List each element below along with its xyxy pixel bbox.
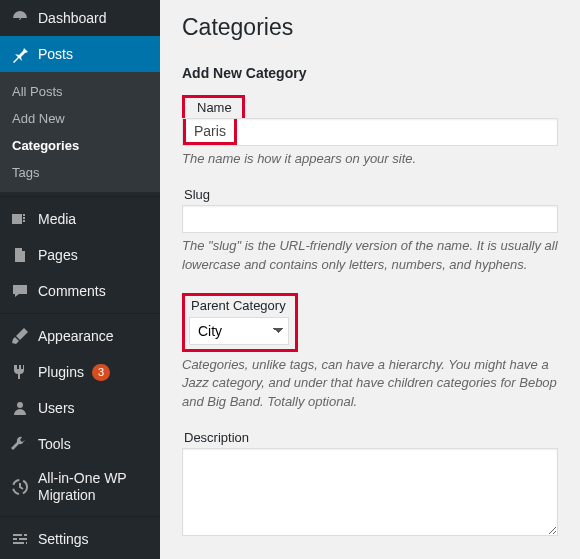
- sidebar-label: Dashboard: [38, 10, 107, 26]
- sidebar-item-users[interactable]: Users: [0, 390, 160, 426]
- media-icon: [10, 209, 30, 229]
- sidebar-separator: [0, 196, 160, 201]
- main-content: Categories Add New Category Name Paris T…: [160, 0, 580, 559]
- sidebar-separator: [0, 516, 160, 521]
- submenu-categories[interactable]: Categories: [0, 132, 160, 159]
- sidebar-item-appearance[interactable]: Appearance: [0, 318, 160, 354]
- slug-input[interactable]: [182, 205, 558, 233]
- sidebar-item-media[interactable]: Media: [0, 201, 160, 237]
- sidebar-item-settings[interactable]: Settings: [0, 521, 160, 557]
- pin-icon: [10, 44, 30, 64]
- parent-select[interactable]: City: [189, 317, 289, 345]
- parent-highlight: Parent Category City: [182, 293, 298, 352]
- wrench-icon: [10, 434, 30, 454]
- sidebar-item-tools[interactable]: Tools: [0, 426, 160, 462]
- name-input-wrapper[interactable]: Paris: [182, 118, 558, 146]
- section-title: Add New Category: [182, 65, 558, 81]
- sidebar-item-migration[interactable]: All-in-One WP Migration: [0, 462, 160, 512]
- sidebar-item-plugins[interactable]: Plugins 3: [0, 354, 160, 390]
- sidebar-label: Pages: [38, 247, 78, 263]
- name-highlight-top: Name: [182, 95, 245, 118]
- sidebar-separator: [0, 313, 160, 318]
- sidebar-label: Settings: [38, 531, 89, 547]
- name-field: Name Paris The name is how it appears on…: [182, 95, 558, 169]
- description-textarea[interactable]: [182, 448, 558, 536]
- slug-field: Slug The "slug" is the URL-friendly vers…: [182, 187, 558, 275]
- comments-icon: [10, 281, 30, 301]
- submenu-all-posts[interactable]: All Posts: [0, 78, 160, 105]
- migration-icon: [10, 477, 30, 497]
- sidebar-item-pages[interactable]: Pages: [0, 237, 160, 273]
- sidebar-label: Posts: [38, 46, 73, 62]
- sidebar-label: Comments: [38, 283, 106, 299]
- name-description: The name is how it appears on your site.: [182, 150, 558, 169]
- sidebar-item-dashboard[interactable]: Dashboard: [0, 0, 160, 36]
- sidebar-item-comments[interactable]: Comments: [0, 273, 160, 309]
- pages-icon: [10, 245, 30, 265]
- parent-field: Parent Category City Categories, unlike …: [182, 293, 558, 413]
- description-field: Description: [182, 430, 558, 539]
- admin-sidebar: Dashboard Posts All Posts Add New Catego…: [0, 0, 160, 559]
- user-icon: [10, 398, 30, 418]
- dashboard-icon: [10, 8, 30, 28]
- plug-icon: [10, 362, 30, 382]
- parent-description: Categories, unlike tags, can have a hier…: [182, 356, 558, 413]
- submenu-tags[interactable]: Tags: [0, 159, 160, 186]
- sidebar-label: All-in-One WP Migration: [38, 470, 152, 504]
- update-badge: 3: [92, 364, 110, 381]
- sidebar-label: Plugins: [38, 364, 84, 380]
- sidebar-item-posts[interactable]: Posts: [0, 36, 160, 72]
- sliders-icon: [10, 529, 30, 549]
- submenu-add-new[interactable]: Add New: [0, 105, 160, 132]
- sidebar-label: Media: [38, 211, 76, 227]
- sidebar-label: Appearance: [38, 328, 114, 344]
- slug-description: The "slug" is the URL-friendly version o…: [182, 237, 558, 275]
- brush-icon: [10, 326, 30, 346]
- page-title: Categories: [182, 14, 558, 41]
- name-label: Name: [191, 100, 232, 115]
- sidebar-label: Tools: [38, 436, 71, 452]
- name-input-value: Paris: [183, 119, 237, 145]
- description-label: Description: [182, 430, 558, 445]
- posts-submenu: All Posts Add New Categories Tags: [0, 72, 160, 192]
- sidebar-label: Users: [38, 400, 75, 416]
- parent-label: Parent Category: [189, 298, 289, 313]
- slug-label: Slug: [182, 187, 558, 202]
